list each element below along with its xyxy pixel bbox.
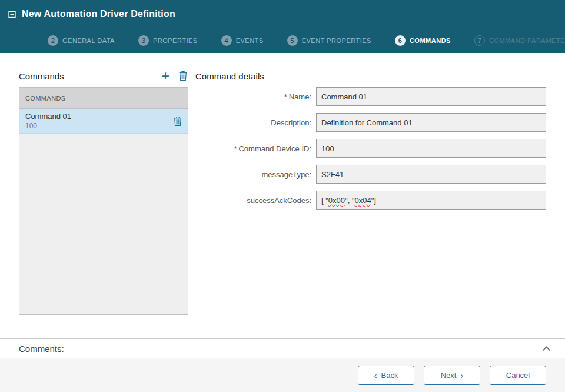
dialog-titlebar: New Automation Driver Definition [0, 0, 565, 28]
step-number-badge: 3 [138, 35, 149, 46]
step-command-parameters[interactable]: 7 COMMAND PARAMETERS [455, 35, 565, 46]
step-connector-line [28, 41, 44, 41]
success-ack-codes-label: successAckCodes: [195, 196, 316, 205]
form-row-success-ack-codes: successAckCodes: [ "0x00", "0x04"] [195, 191, 546, 210]
step-connector-line [455, 41, 470, 41]
step-label: COMMAND PARAMETERS [489, 37, 565, 44]
form-row-message-type: messageType: [195, 165, 546, 184]
commands-list-header: COMMANDS [19, 88, 188, 109]
step-label: EVENT PROPERTIES [302, 37, 371, 44]
dialog-title: New Automation Driver Definition [22, 9, 175, 19]
required-asterisk: * [284, 92, 287, 101]
step-label: GENERAL DATA [62, 37, 115, 44]
misspelled-token: 0x00 [328, 196, 345, 205]
commands-toolbar: + [161, 70, 188, 82]
description-label: Description: [195, 118, 316, 127]
next-button[interactable]: Next › [424, 366, 480, 385]
chevron-left-icon: ‹ [374, 371, 377, 380]
back-button[interactable]: ‹ Back [358, 366, 414, 385]
step-connector-line [375, 41, 391, 41]
step-number-badge: 7 [474, 35, 485, 46]
add-command-icon[interactable]: + [161, 70, 170, 82]
comments-section-bar: Comments: [0, 338, 565, 358]
cancel-button-label: Cancel [506, 371, 530, 380]
step-label: COMMANDS [410, 37, 451, 44]
next-button-label: Next [441, 371, 457, 380]
step-label: PROPERTIES [153, 37, 198, 44]
name-field[interactable] [316, 87, 546, 106]
command-list-item[interactable]: Command 01 100 [19, 109, 188, 134]
step-label: EVENTS [236, 37, 264, 44]
required-asterisk: * [234, 144, 237, 153]
command-item-name: Command 01 [25, 112, 71, 121]
form-row-command-device-id: *Command Device ID: [195, 139, 546, 158]
step-events[interactable]: 4 EVENTS [202, 35, 268, 46]
chevron-up-icon [542, 346, 551, 351]
form-row-name: *Name: [195, 87, 546, 106]
form-row-description: Description: [195, 113, 546, 132]
step-number-badge: 6 [395, 35, 406, 46]
step-connector-line [268, 41, 283, 41]
details-panel-title: Command details [195, 71, 264, 81]
delete-command-icon[interactable] [179, 71, 187, 81]
step-properties[interactable]: 3 PROPERTIES [119, 35, 202, 46]
delete-item-icon[interactable] [174, 117, 182, 126]
message-type-label: messageType: [195, 170, 316, 179]
collapse-comments-button[interactable] [542, 346, 551, 351]
success-ack-codes-field[interactable]: [ "0x00", "0x04"] [316, 191, 546, 210]
command-device-id-label: *Command Device ID: [195, 144, 316, 153]
step-number-badge: 5 [287, 35, 298, 46]
command-item-device-id: 100 [25, 122, 71, 130]
step-connector-line [119, 41, 134, 41]
comments-label: Comments: [19, 344, 64, 354]
step-event-properties[interactable]: 5 EVENT PROPERTIES [268, 35, 375, 46]
command-item-text: Command 01 100 [25, 112, 71, 130]
misspelled-token: 0x04 [355, 196, 371, 205]
main-content: Commands + COMMANDS [0, 53, 565, 315]
commands-panel-title: Commands [19, 71, 64, 81]
step-general-data[interactable]: 2 GENERAL DATA [28, 35, 119, 46]
step-connector-line [202, 41, 217, 41]
name-label: *Name: [195, 92, 316, 101]
command-details-panel: Command details *Name: Description: *Com… [195, 69, 546, 315]
message-type-field[interactable] [316, 165, 546, 184]
description-field[interactable] [316, 113, 546, 132]
wizard-stepper: 2 GENERAL DATA 3 PROPERTIES 4 EVENTS 5 E… [0, 28, 565, 53]
chevron-right-icon: › [460, 371, 463, 380]
step-commands[interactable]: 6 COMMANDS [375, 35, 455, 46]
commands-list: COMMANDS Command 01 100 [19, 87, 188, 315]
commands-panel: Commands + COMMANDS [19, 69, 188, 315]
wizard-footer: ‹ Back Next › Cancel [0, 358, 565, 392]
new-automation-driver-dialog: New Automation Driver Definition 2 GENER… [0, 0, 565, 392]
back-button-label: Back [381, 371, 398, 380]
cancel-button[interactable]: Cancel [490, 366, 546, 385]
step-number-badge: 2 [48, 35, 58, 46]
step-number-badge: 4 [221, 35, 232, 46]
details-panel-header: Command details [195, 69, 546, 82]
commands-panel-header: Commands + [19, 69, 188, 82]
command-device-id-field[interactable] [316, 139, 546, 158]
command-details-form: *Name: Description: *Command Device ID: … [195, 87, 546, 210]
collapse-window-icon [8, 11, 16, 18]
